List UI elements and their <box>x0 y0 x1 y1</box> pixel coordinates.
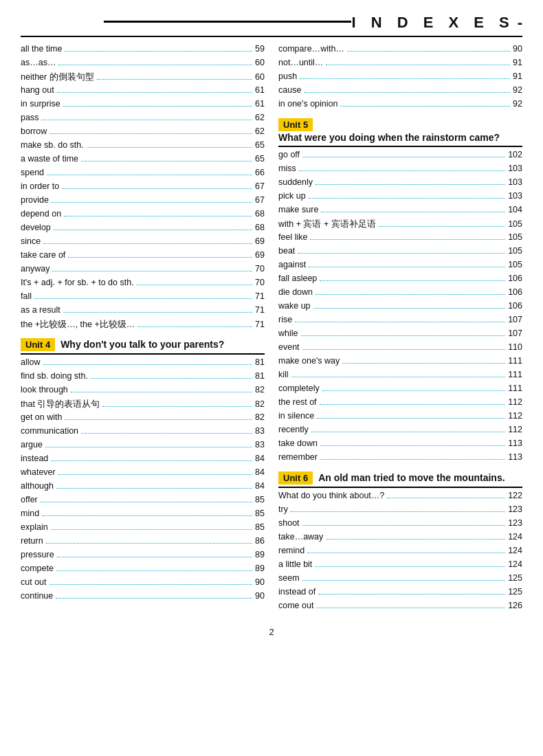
index-item: neither 的倒装句型60 <box>21 71 265 84</box>
index-page: 82 <box>255 385 265 394</box>
index-item: find sb. doing sth.81 <box>21 371 265 383</box>
index-dots <box>307 553 505 553</box>
index-dots <box>51 529 252 530</box>
index-item: suddenly103 <box>278 177 522 190</box>
index-dots <box>379 226 505 227</box>
index-dots <box>68 257 252 258</box>
index-page: 123 <box>508 518 522 528</box>
index-term: mind <box>21 509 39 518</box>
index-item: make one's way111 <box>278 356 522 368</box>
index-page: 110 <box>508 342 522 352</box>
index-dots <box>56 570 252 571</box>
right-column: compare…with…90not…until…91push91cause92… <box>278 44 522 614</box>
index-page: 90 <box>255 591 265 601</box>
index-term: shoot <box>278 518 300 528</box>
index-item: take…away124 <box>278 532 522 544</box>
index-term: against <box>278 260 306 269</box>
index-term: in silence <box>278 411 314 421</box>
unit-badge: Unit 6 <box>278 471 313 485</box>
unit-title: An old man tried to move the mountains. <box>318 471 505 484</box>
index-item: shoot123 <box>278 518 522 531</box>
index-page: 61 <box>255 85 265 95</box>
index-term: take…away <box>278 532 323 542</box>
unit-title: What were you doing when the rainstorm c… <box>278 131 500 144</box>
index-page: 126 <box>508 601 522 610</box>
index-item: return86 <box>21 536 265 548</box>
index-item: continue90 <box>21 591 265 603</box>
index-page: 66 <box>255 168 265 177</box>
index-dots <box>57 557 252 557</box>
index-item: fall71 <box>21 291 265 304</box>
index-term: miss <box>278 164 296 173</box>
index-dots <box>51 460 252 461</box>
index-page: 125 <box>508 587 522 597</box>
index-page: 85 <box>255 495 265 504</box>
index-page: 82 <box>255 412 265 422</box>
index-item: pass62 <box>21 113 265 125</box>
index-item: the rest of112 <box>278 397 522 410</box>
index-term: develop <box>21 223 51 232</box>
index-dots <box>299 170 505 171</box>
index-item: provide67 <box>21 195 265 208</box>
index-term: completely <box>278 383 320 393</box>
index-item: that 引导的表语从句82 <box>21 399 265 411</box>
index-item: beat105 <box>278 246 522 258</box>
index-page: 83 <box>255 426 265 436</box>
index-item: It's + adj. + for sb. + to do sth.70 <box>21 278 265 290</box>
index-item: compete89 <box>21 564 265 576</box>
index-dots <box>322 390 505 391</box>
index-term: kill <box>278 370 289 379</box>
index-page: 91 <box>513 71 522 81</box>
index-term: in order to <box>21 181 59 191</box>
index-page: 67 <box>255 181 265 191</box>
index-term: the rest of <box>278 397 317 407</box>
index-item: remember113 <box>278 452 522 465</box>
index-page: 103 <box>508 177 522 187</box>
index-dots <box>64 216 252 216</box>
index-page: 107 <box>508 329 522 338</box>
index-item: instead of125 <box>278 587 522 599</box>
index-dots <box>65 51 252 52</box>
index-term: a waste of time <box>21 154 78 164</box>
index-page: 71 <box>255 320 265 329</box>
index-dots <box>42 515 252 516</box>
index-dots <box>45 447 252 447</box>
index-page: 69 <box>255 236 265 246</box>
index-term: die down <box>278 287 313 297</box>
index-page: 85 <box>255 522 265 532</box>
index-term: anyway <box>21 264 49 274</box>
index-dots <box>387 498 505 498</box>
index-term: offer <box>21 495 38 504</box>
index-page: 71 <box>255 305 265 315</box>
index-page: 82 <box>255 399 265 409</box>
index-page: 122 <box>508 491 522 500</box>
index-term: in one's opinion <box>278 99 337 109</box>
index-page: 92 <box>513 85 522 95</box>
index-dots <box>302 580 506 581</box>
index-dots <box>91 378 252 379</box>
index-item: in silence112 <box>278 411 522 423</box>
index-item: cause92 <box>278 85 522 98</box>
index-page: 113 <box>508 452 522 462</box>
index-item: all the time59 <box>21 44 265 56</box>
index-dots <box>137 285 252 285</box>
index-term: remember <box>278 452 318 462</box>
index-item: die down106 <box>278 287 522 300</box>
index-dots <box>65 419 252 420</box>
index-dots <box>295 322 505 322</box>
index-term: make sure <box>278 205 318 214</box>
index-page: 68 <box>255 209 265 219</box>
index-dots <box>300 78 510 79</box>
index-term: hang out <box>21 85 54 95</box>
index-page: 65 <box>255 154 265 164</box>
index-term: rise <box>278 315 292 324</box>
index-item: pressure89 <box>21 550 265 562</box>
index-term: neither 的倒装句型 <box>21 71 94 83</box>
index-dots <box>71 392 252 392</box>
index-page: 113 <box>508 438 522 448</box>
index-page: 83 <box>255 440 265 449</box>
index-item: get on with82 <box>21 412 265 425</box>
index-term: event <box>278 342 300 352</box>
index-item: recently112 <box>278 425 522 437</box>
index-term: as…as… <box>21 58 56 67</box>
